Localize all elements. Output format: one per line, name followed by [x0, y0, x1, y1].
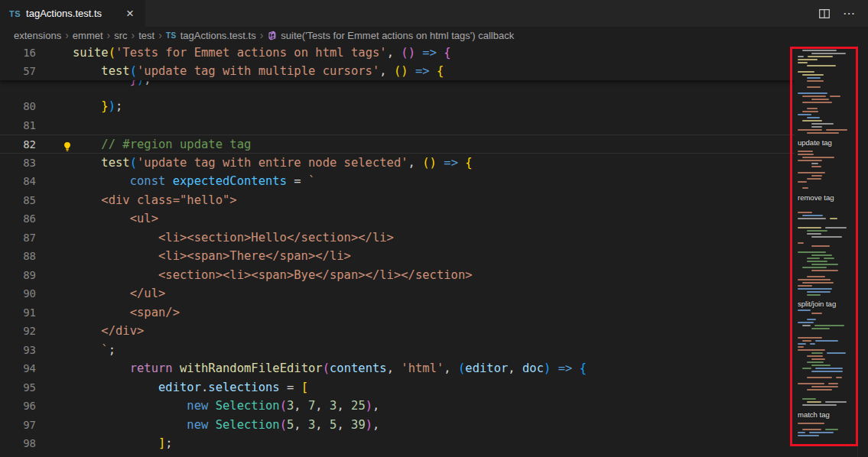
gutter-decorations: [36, 191, 73, 210]
code-line-90[interactable]: 90 </ul>: [0, 284, 795, 303]
code-line-57[interactable]: 57 test('update tag with multiple cursor…: [0, 62, 795, 80]
code-line-80[interactable]: 80 });: [0, 97, 795, 116]
code-token: test: [101, 64, 129, 78]
minimap-code-line: [807, 86, 821, 88]
code-token: ,: [336, 399, 351, 413]
gutter-decorations: [36, 135, 73, 153]
gutter-decorations: [36, 266, 73, 285]
code-token: =>: [558, 361, 573, 375]
line-number: 96: [0, 397, 36, 416]
gutter-decorations: [36, 434, 73, 453]
code-line-81[interactable]: 81: [0, 116, 795, 135]
minimap-code-line: [807, 132, 839, 134]
code-line-87[interactable]: 87 <li><section>Hello</section></li>: [0, 228, 795, 248]
breadcrumb-item-test[interactable]: test: [138, 30, 154, 41]
code-token: <section><li><span>Bye</span></li></sect…: [158, 268, 473, 282]
code-line-97[interactable]: 97 new Selection(5, 3, 5, 39),: [0, 416, 795, 435]
code-token: test: [101, 156, 129, 170]
code-text: // #region update tag: [73, 135, 251, 153]
code-token: ,: [315, 399, 330, 413]
code-area[interactable]: 16suite('Tests for Emmet actions on html…: [0, 44, 795, 457]
code-line-96[interactable]: 96 new Selection(3, 7, 3, 25),: [0, 397, 795, 416]
code-line-91[interactable]: 91 <span/>: [0, 303, 795, 322]
symbol-function-icon: [267, 31, 277, 41]
minimap-code-line: [825, 401, 847, 403]
breadcrumb-item-src[interactable]: src: [114, 30, 127, 41]
minimap-code-line: [815, 368, 843, 369]
code-line-89[interactable]: 89 <section><li><span>Bye</span></li></s…: [0, 266, 795, 285]
code-line[interactable]: });: [0, 80, 795, 89]
minimap-code-line: [798, 172, 825, 173]
minimap-code-line: [802, 340, 811, 342]
code-token: =: [287, 174, 308, 188]
close-icon[interactable]: ×: [124, 5, 136, 21]
code-token: ,: [379, 64, 394, 78]
code-token: </div>: [101, 324, 144, 338]
minimap-code-line: [798, 288, 832, 290]
gutter-decorations: [36, 247, 73, 266]
minimap-code-line: [825, 429, 838, 430]
code-token: [572, 361, 579, 375]
code-token: `: [101, 343, 108, 357]
gutter-decorations: [36, 62, 73, 80]
code-line-84[interactable]: 84 const expectedContents = `: [0, 172, 795, 191]
code-token: </ul>: [130, 287, 166, 300]
code-text: <section><li><span>Bye</span></li></sect…: [73, 266, 473, 285]
code-line-82[interactable]: 82 // #region update tag: [0, 135, 795, 154]
vertical-scrollbar[interactable]: [857, 44, 868, 457]
code-token: =>: [415, 64, 430, 78]
minimap-code-line: [802, 102, 832, 103]
line-number: 84: [0, 172, 36, 191]
breadcrumb-item-suite[interactable]: suite('Tests for Emmet actions on html t…: [267, 30, 514, 41]
minimap-code-line: [807, 276, 825, 277]
sticky-scroll[interactable]: 16suite('Tests for Emmet actions on html…: [0, 44, 795, 80]
gutter-decorations: [36, 416, 73, 435]
code-token: [551, 361, 558, 375]
code-token: 'update tag with entire node selected': [137, 156, 408, 170]
minimap-code-line: [798, 212, 812, 213]
code-token: new: [187, 418, 208, 432]
minimap-code-line: [798, 154, 814, 155]
breadcrumb-item-extensions[interactable]: extensions: [14, 30, 61, 41]
code-line-94[interactable]: 94 return withRandomFileEditor(contents,…: [0, 359, 795, 378]
minimap-code-line: [807, 319, 816, 320]
tab-tagactions-test-ts[interactable]: TS tagActions.test.ts ×: [0, 0, 145, 27]
code-line-88[interactable]: 88 <li><span>There</span></li>: [0, 247, 795, 266]
minimap-code-line: [811, 352, 823, 354]
minimap-code-line: [798, 218, 826, 219]
code-line-16[interactable]: 16suite('Tests for Emmet actions on html…: [0, 44, 795, 62]
code-line-93[interactable]: 93 `;: [0, 341, 795, 360]
code-text: const expectedContents = `: [73, 172, 315, 191]
breadcrumb-item-tagactions.test.ts[interactable]: TStagActions.test.ts: [166, 30, 256, 41]
code-token: 'Tests for Emmet actions on html tags': [115, 46, 387, 60]
code-token: {: [465, 156, 472, 170]
code-line-83[interactable]: 83 test('update tag with entire node sel…: [0, 154, 795, 173]
minimap-code-line: [807, 355, 823, 357]
code-token: ;: [109, 343, 115, 357]
minimap-code-line: [798, 92, 827, 94]
more-actions-icon[interactable]: ⋯: [843, 6, 856, 21]
code-line-95[interactable]: 95 editor.selections = [: [0, 378, 795, 397]
breadcrumb-item-emmet[interactable]: emmet: [73, 30, 103, 41]
code-token: [73, 399, 187, 413]
minimap-section-label: remove tag: [798, 193, 834, 202]
code-token: {: [444, 46, 450, 60]
code-token: withRandomFileEditor: [180, 361, 323, 375]
minimap-code-line: [811, 358, 825, 360]
code-line-98[interactable]: 98 ];: [0, 434, 795, 453]
split-editor-icon[interactable]: [818, 8, 831, 20]
minimap-section-label: match tag: [798, 410, 830, 419]
code-text: <ul>: [73, 209, 158, 228]
code-token: [73, 287, 130, 300]
code-line-86[interactable]: 86 <ul>: [0, 209, 795, 228]
code-text: `;: [73, 341, 115, 360]
code-token: [437, 156, 444, 170]
minimap-code-line: [811, 123, 834, 125]
code-line-92[interactable]: 92 </div>: [0, 322, 795, 341]
minimap-code-line: [798, 322, 814, 323]
minimap[interactable]: update tagremove tagsplit/join tagmatch …: [795, 44, 857, 457]
editor-area: 16suite('Tests for Emmet actions on html…: [0, 44, 868, 457]
code-line-85[interactable]: 85 <div class="hello">: [0, 191, 795, 210]
minimap-code-line: [798, 285, 812, 287]
minimap-code-line: [826, 129, 847, 131]
